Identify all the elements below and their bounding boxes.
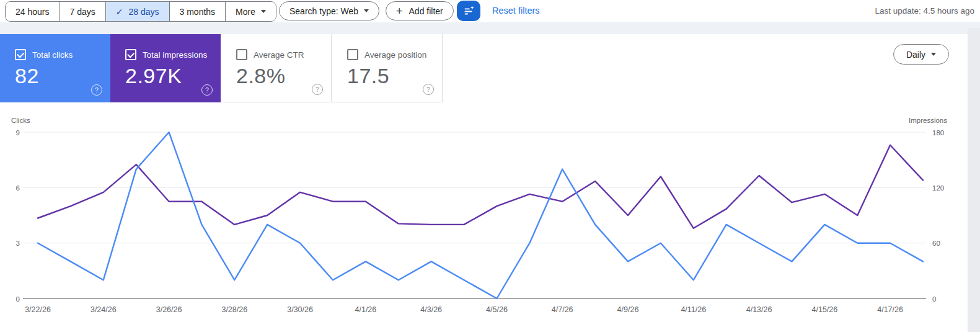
date-range-more[interactable]: ✓ More (225, 2, 276, 21)
x-axis-tick-label: 3/26/26 (156, 305, 182, 314)
metric-value: 2.97K (125, 64, 182, 88)
help-icon[interactable]: ? (91, 84, 102, 96)
performance-chart: 03690601201803/22/263/24/263/26/263/28/2… (0, 115, 980, 332)
reset-filters-link[interactable]: Reset filters (492, 0, 540, 22)
average-ctr-card[interactable]: Average CTR 2.8% ? (221, 34, 332, 102)
right-gutter (968, 28, 980, 332)
x-axis-tick-label: 3/24/26 (90, 305, 117, 314)
date-range-28-days[interactable]: ✓ 28 days (105, 2, 169, 21)
date-range-label: More (236, 7, 255, 17)
metric-value: 2.8% (236, 64, 286, 88)
x-axis-tick-label: 4/13/26 (746, 305, 772, 314)
metric-checkbox[interactable] (125, 49, 136, 60)
right-axis-tick-label: 0 (932, 295, 936, 303)
date-range-selector: ✓ 24 hours ✓ 7 days ✓ 28 days ✓ 3 months… (5, 1, 276, 22)
left-axis-tick-label: 9 (16, 129, 20, 137)
left-axis-tick-label: 0 (16, 295, 20, 303)
section-divider-band (0, 22, 980, 34)
x-axis-tick-label: 4/15/26 (812, 305, 838, 314)
metric-label: Total clicks (32, 50, 73, 60)
chevron-down-icon (261, 10, 266, 13)
metric-checkbox[interactable] (347, 49, 358, 60)
x-axis-tick-label: 4/9/26 (617, 305, 639, 314)
help-icon[interactable]: ? (201, 84, 213, 96)
chevron-down-icon (931, 53, 936, 56)
x-axis-tick-label: 3/30/26 (287, 305, 313, 314)
add-filter-button[interactable]: + Add filter (386, 1, 454, 20)
check-icon: ✓ (116, 7, 123, 17)
last-update-text: Last update: 4.5 hours ago (875, 0, 974, 22)
impressions-line (38, 145, 923, 228)
right-axis-tick-label: 120 (932, 184, 944, 192)
top-toolbar: ✓ 24 hours ✓ 7 days ✓ 28 days ✓ 3 months… (0, 0, 980, 22)
date-range-7-days[interactable]: ✓ 7 days (59, 2, 105, 21)
granularity-dropdown[interactable]: Daily (893, 44, 949, 65)
date-range-label: 28 days (128, 7, 159, 17)
metric-value: 17.5 (347, 64, 389, 88)
x-axis-tick-label: 3/28/26 (221, 305, 247, 314)
left-axis-tick-label: 3 (16, 240, 20, 247)
x-axis-tick-label: 4/7/26 (552, 305, 573, 314)
metric-checkbox[interactable] (236, 49, 247, 60)
metric-label: Average position (364, 50, 426, 60)
granularity-label: Daily (906, 50, 925, 60)
metric-value: 82 (15, 64, 39, 88)
metric-label: Average CTR (254, 50, 304, 60)
x-axis-tick-label: 3/22/26 (25, 305, 51, 314)
add-filter-label: Add filter (409, 6, 443, 16)
search-type-label: Search type: Web (289, 6, 358, 16)
x-axis-tick-label: 4/5/26 (486, 305, 508, 314)
date-range-24-hours[interactable]: ✓ 24 hours (6, 2, 59, 21)
metric-checkbox[interactable] (15, 49, 26, 60)
x-axis-tick-label: 4/1/26 (355, 305, 377, 314)
right-axis-tick-label: 60 (932, 240, 940, 247)
help-icon[interactable]: ? (423, 84, 434, 95)
date-range-3-months[interactable]: ✓ 3 months (169, 2, 226, 21)
x-axis-tick-label: 4/11/26 (681, 305, 706, 314)
x-axis-tick-label: 4/17/26 (877, 305, 903, 314)
left-axis-tick-label: 6 (16, 184, 20, 192)
total-impressions-card[interactable]: Total impressions 2.97K ? (110, 34, 221, 102)
total-clicks-card[interactable]: Total clicks 82 ? (0, 34, 110, 102)
metric-label: Total impressions (143, 50, 207, 60)
help-icon[interactable]: ? (312, 84, 323, 95)
plus-icon: + (396, 6, 403, 17)
date-range-label: 7 days (69, 7, 95, 17)
x-axis-tick-label: 4/3/26 (420, 305, 442, 314)
date-range-label: 3 months (180, 7, 216, 17)
average-position-card[interactable]: Average position 17.5 ? (332, 34, 443, 102)
date-range-label: 24 hours (15, 7, 49, 17)
right-axis-tick-label: 180 (932, 129, 944, 137)
smart-filter-button[interactable] (457, 1, 480, 21)
filter-sparkle-icon (462, 4, 475, 18)
search-type-dropdown[interactable]: Search type: Web (279, 1, 379, 20)
chevron-down-icon (364, 9, 369, 12)
